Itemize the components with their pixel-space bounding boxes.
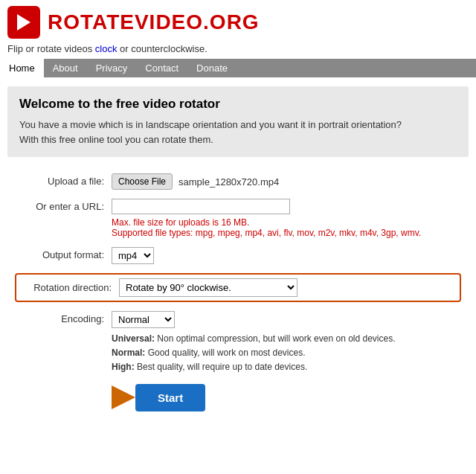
arrow-icon: [112, 385, 135, 409]
encoding-high-desc: Best quality, will require up to date de…: [135, 362, 308, 372]
nav-about[interactable]: About: [44, 59, 87, 77]
main-nav: Home About Privacy Contact Donate: [0, 59, 476, 77]
logo-text: ROTATEVIDEO.ORG: [48, 10, 260, 34]
nav-home[interactable]: Home: [0, 59, 44, 77]
encoding-control: Universal Normal High Universal: Non opt…: [112, 311, 461, 375]
upload-label: Upload a file:: [15, 173, 112, 187]
start-area: Start: [112, 384, 461, 411]
url-control: Max. file size for uploads is 16 MB. Sup…: [112, 199, 461, 238]
url-row: Or enter a URL: Max. file size for uploa…: [15, 199, 461, 238]
nav-contact[interactable]: Contact: [136, 59, 187, 77]
url-label: Or enter a URL:: [15, 199, 112, 212]
file-upload-row: Choose File sample_1280x720.mp4: [112, 173, 461, 190]
file-info: Max. file size for uploads is 16 MB. Sup…: [112, 217, 461, 238]
welcome-line2: With this free online tool you can rotat…: [19, 132, 457, 147]
upload-control: Choose File sample_1280x720.mp4: [112, 173, 461, 190]
welcome-line1: You have a movie which is in landscape o…: [19, 118, 457, 132]
encoding-universal-desc: Non optimal compression, but will work e…: [155, 333, 395, 344]
encoding-normal-label: Normal:: [112, 348, 145, 358]
file-name-display: sample_1280x720.mp4: [178, 176, 279, 188]
nav-privacy[interactable]: Privacy: [87, 59, 137, 77]
output-format-label: Output format:: [15, 247, 112, 260]
encoding-normal-desc: Good quality, will work on most devices.: [145, 348, 305, 358]
form-area: Upload a file: Choose File sample_1280x7…: [0, 166, 476, 426]
encoding-info: Universal: Non optimal compression, but …: [112, 332, 461, 375]
encoding-label: Encoding:: [15, 311, 112, 324]
start-button[interactable]: Start: [135, 384, 205, 411]
encoding-row: Encoding: Universal Normal High Universa…: [15, 311, 461, 375]
nav-donate[interactable]: Donate: [187, 59, 237, 77]
output-format-row: Output format: mp4 avi mov mkv flv wmv: [15, 247, 461, 264]
file-size-note: Max. file size for uploads is 16 MB.: [112, 217, 461, 228]
rotation-label: Rotation direction:: [22, 282, 119, 293]
url-input[interactable]: [112, 199, 290, 214]
welcome-title: Welcome to the free video rotator: [19, 97, 457, 112]
upload-row: Upload a file: Choose File sample_1280x7…: [15, 173, 461, 190]
site-header: ROTATEVIDEO.ORG: [0, 0, 476, 42]
encoding-select[interactable]: Universal Normal High: [112, 311, 175, 328]
logo-icon: [7, 6, 40, 39]
tagline: Flip or rotate videos clock or countercl…: [0, 42, 476, 59]
rotation-direction-row: Rotation direction: Rotate by 90° clockw…: [15, 273, 461, 302]
file-types-note: Supported file types: mpg, mpeg, mp4, av…: [112, 228, 461, 238]
clock-link[interactable]: clock: [95, 43, 118, 54]
output-format-select[interactable]: mp4 avi mov mkv flv wmv: [112, 247, 154, 264]
encoding-high-label: High:: [112, 362, 135, 372]
output-format-control: mp4 avi mov mkv flv wmv: [112, 247, 461, 264]
encoding-universal-label: Universal:: [112, 333, 155, 344]
rotation-select[interactable]: Rotate by 90° clockwise. Rotate by 90° c…: [119, 278, 298, 297]
welcome-section: Welcome to the free video rotator You ha…: [7, 86, 469, 157]
choose-file-button[interactable]: Choose File: [112, 173, 173, 190]
